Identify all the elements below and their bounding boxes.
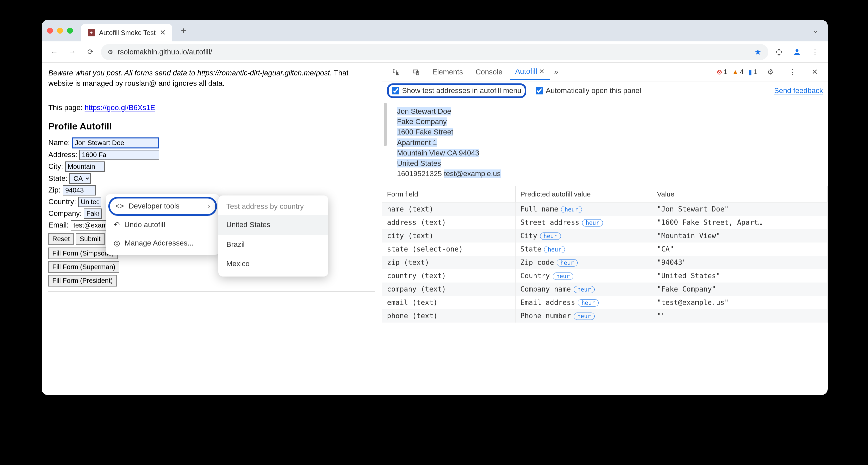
table-row[interactable]: city (text)Cityheur"Mountain View" bbox=[382, 229, 828, 242]
site-settings-icon[interactable]: ⚙ bbox=[108, 48, 113, 56]
address-label: Address: bbox=[48, 150, 78, 160]
cell-predicted: Full nameheur bbox=[516, 202, 652, 216]
manage-addresses-menu-item[interactable]: ◎ Manage Addresses... bbox=[106, 234, 220, 253]
zip-label: Zip: bbox=[48, 185, 61, 196]
cell-predicted: Phone numberheur bbox=[516, 309, 652, 323]
code-icon: <> bbox=[115, 201, 124, 211]
table-row[interactable]: company (text)Company nameheur"Fake Comp… bbox=[382, 283, 828, 296]
close-tab-icon[interactable]: ✕ bbox=[160, 28, 166, 37]
error-badge[interactable]: ⊗1 bbox=[717, 68, 727, 76]
col-predicted[interactable]: Predicted autofill value bbox=[516, 186, 652, 202]
close-tab-icon[interactable]: ✕ bbox=[539, 67, 545, 76]
fill-superman-button[interactable]: Fill Form (Superman) bbox=[48, 261, 119, 273]
cell-predicted: Zip codeheur bbox=[516, 256, 652, 269]
city-input[interactable] bbox=[65, 162, 105, 172]
address-bar[interactable]: ⚙ rsolomakhin.github.io/autofill/ ★ bbox=[101, 44, 768, 60]
close-window-button[interactable] bbox=[47, 28, 53, 34]
col-value[interactable]: Value bbox=[652, 186, 828, 202]
country-item-mexico[interactable]: Mexico bbox=[218, 254, 328, 274]
cell-form-field: name (text) bbox=[382, 202, 516, 216]
country-item-us[interactable]: United States bbox=[218, 215, 328, 235]
tab-autofill[interactable]: Autofill ✕ bbox=[510, 64, 550, 80]
table-header-row: Form field Predicted autofill value Valu… bbox=[382, 186, 828, 202]
fill-president-button[interactable]: Fill Form (President) bbox=[48, 275, 117, 287]
show-test-addresses-input[interactable] bbox=[392, 87, 399, 94]
tab-strip: ✦ Autofill Smoke Test ✕ + ⌄ bbox=[42, 20, 828, 41]
close-devtools-icon[interactable]: ✕ bbox=[806, 64, 823, 80]
bookmark-star-icon[interactable]: ★ bbox=[754, 47, 762, 57]
reset-button[interactable]: Reset bbox=[48, 233, 74, 245]
submit-button[interactable]: Submit bbox=[76, 233, 104, 245]
country-input[interactable] bbox=[78, 197, 101, 207]
state-select[interactable]: CA bbox=[69, 173, 91, 184]
auto-open-panel-checkbox[interactable]: Automatically open this panel bbox=[536, 86, 641, 95]
new-tab-button[interactable]: + bbox=[176, 25, 191, 36]
profile-phone: 16019521325 bbox=[397, 170, 442, 178]
profile-apt: Apartment 1 bbox=[397, 139, 437, 147]
city-label: City: bbox=[48, 162, 63, 172]
cell-form-field: country (text) bbox=[382, 269, 516, 283]
settings-gear-icon[interactable]: ⚙ bbox=[762, 64, 779, 80]
cell-value: "1600 Fake Street, Apart… bbox=[652, 216, 828, 229]
table-row[interactable]: country (text)Countryheur"United States" bbox=[382, 269, 828, 283]
this-page-line: This page: https://goo.gl/B6Xs1E bbox=[48, 103, 375, 113]
heur-pill: heur bbox=[540, 233, 561, 240]
address-input[interactable] bbox=[79, 150, 159, 160]
table-row[interactable]: email (text)Email addressheur"test@examp… bbox=[382, 296, 828, 309]
undo-icon: ↶ bbox=[114, 220, 120, 230]
company-input[interactable] bbox=[84, 208, 102, 219]
table-row[interactable]: address (text)Street addressheur"1600 Fa… bbox=[382, 216, 828, 229]
table-row[interactable]: zip (text)Zip codeheur"94043" bbox=[382, 256, 828, 269]
send-feedback-link[interactable]: Send feedback bbox=[774, 86, 823, 95]
autofill-context-menu: <> Developer tools › ↶ Undo autofill ◎ M… bbox=[106, 194, 220, 255]
heur-pill: heur bbox=[561, 206, 582, 213]
browser-window: ✦ Autofill Smoke Test ✕ + ⌄ ← → ⟳ ⚙ rsol… bbox=[42, 20, 828, 395]
table-row[interactable]: name (text)Full nameheur"Jon Stewart Doe… bbox=[382, 202, 828, 216]
scrollbar-thumb[interactable] bbox=[384, 103, 387, 146]
url-text: rsolomakhin.github.io/autofill/ bbox=[118, 48, 212, 56]
profile-avatar-icon[interactable] bbox=[790, 45, 804, 59]
info-badge[interactable]: ▮1 bbox=[748, 68, 757, 76]
tab-overflow-button[interactable]: ⌄ bbox=[808, 24, 822, 38]
cell-form-field: city (text) bbox=[382, 229, 516, 242]
maximize-window-button[interactable] bbox=[67, 28, 73, 34]
test-address-submenu: Test address by country United States Br… bbox=[218, 196, 328, 277]
country-item-brazil[interactable]: Brazil bbox=[218, 235, 328, 255]
this-page-link[interactable]: https://goo.gl/B6Xs1E bbox=[85, 104, 155, 112]
table-row[interactable]: phone (text)Phone numberheur"" bbox=[382, 309, 828, 323]
tab-elements[interactable]: Elements bbox=[427, 64, 468, 80]
show-test-addresses-checkbox[interactable]: Show test addresses in autofill menu bbox=[387, 83, 526, 98]
autofill-profile-preview: Jon Stewart Doe Fake Company 1600 Fake S… bbox=[382, 100, 828, 186]
minimize-window-button[interactable] bbox=[57, 28, 63, 34]
profile-street: 1600 Fake Street bbox=[397, 128, 453, 136]
web-page: Beware what you post. All forms send dat… bbox=[42, 63, 382, 395]
table-row[interactable]: state (select-one)Stateheur"CA" bbox=[382, 242, 828, 256]
undo-autofill-menu-item[interactable]: ↶ Undo autofill bbox=[106, 216, 220, 234]
heur-pill: heur bbox=[544, 246, 565, 253]
devtools-menu-icon[interactable]: ⋮ bbox=[784, 64, 802, 80]
more-tabs-icon[interactable]: » bbox=[552, 68, 560, 77]
device-toolbar-icon[interactable] bbox=[407, 65, 425, 79]
back-button[interactable]: ← bbox=[47, 45, 62, 59]
forward-button[interactable]: → bbox=[65, 45, 80, 59]
tab-console[interactable]: Console bbox=[470, 64, 508, 80]
extensions-icon[interactable] bbox=[772, 45, 786, 59]
browser-tab[interactable]: ✦ Autofill Smoke Test ✕ bbox=[81, 24, 172, 41]
warning-badge[interactable]: ▲4 bbox=[732, 68, 744, 76]
svg-point-0 bbox=[796, 49, 799, 52]
reload-button[interactable]: ⟳ bbox=[83, 45, 98, 59]
cell-predicted: Email addressheur bbox=[516, 296, 652, 309]
cell-value: "Mountain View" bbox=[652, 229, 828, 242]
zip-input[interactable] bbox=[63, 185, 96, 196]
cell-form-field: zip (text) bbox=[382, 256, 516, 269]
developer-tools-menu-item[interactable]: <> Developer tools › bbox=[108, 197, 217, 216]
cell-value: "94043" bbox=[652, 256, 828, 269]
warning-text: Beware what you post. All forms send dat… bbox=[48, 68, 375, 89]
auto-open-panel-input[interactable] bbox=[536, 87, 543, 94]
col-form-field[interactable]: Form field bbox=[382, 186, 516, 202]
name-input[interactable] bbox=[72, 138, 159, 148]
cell-form-field: company (text) bbox=[382, 283, 516, 296]
overflow-menu-icon[interactable]: ⋮ bbox=[808, 45, 822, 59]
inspect-element-icon[interactable] bbox=[387, 65, 405, 79]
email-label: Email: bbox=[48, 220, 69, 231]
